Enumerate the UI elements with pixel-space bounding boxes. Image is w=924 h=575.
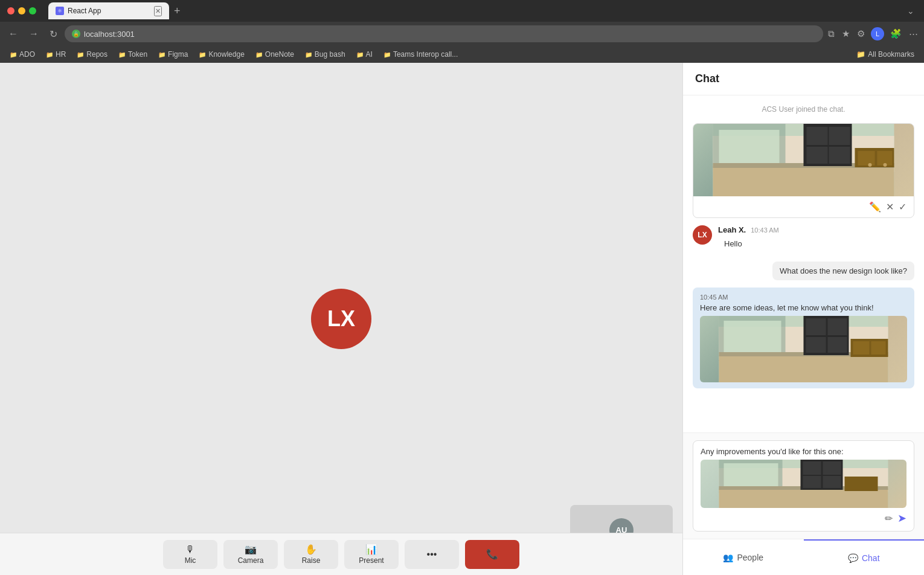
- chat-edit-btn[interactable]: ✏: [885, 512, 893, 525]
- bookmark-repos-label: Repos: [86, 50, 107, 59]
- image-message-card: ✏️ ✕ ✓: [693, 123, 914, 218]
- chat-title: Chat: [695, 72, 719, 85]
- more-btn[interactable]: •••: [405, 540, 459, 569]
- menu-btn[interactable]: ⋯: [908, 27, 919, 40]
- settings-btn[interactable]: ⚙: [856, 27, 866, 40]
- maximize-window-btn[interactable]: [29, 7, 36, 14]
- message-bubble-hello: Hello: [718, 236, 748, 252]
- svg-rect-33: [724, 463, 778, 489]
- svg-rect-4: [713, 166, 894, 196]
- all-bookmarks[interactable]: 📁 All Bookmarks: [852, 50, 919, 59]
- extensions2-btn[interactable]: 🧩: [889, 27, 903, 40]
- svg-point-15: [884, 163, 887, 167]
- close-window-btn[interactable]: [7, 7, 14, 14]
- svg-rect-19: [724, 321, 781, 356]
- bookmark-onenote[interactable]: 📁 OneNote: [251, 48, 299, 61]
- people-tab[interactable]: 👥 People: [683, 539, 804, 575]
- svg-rect-29: [871, 341, 886, 355]
- bookmark-hr[interactable]: 📁 HR: [41, 48, 71, 61]
- bookmark-ai[interactable]: 📁 AI: [351, 48, 377, 61]
- message-meta-hello: Leah X. 10:43 AM: [718, 225, 914, 234]
- chat-input-image: [701, 460, 906, 508]
- svg-rect-3: [719, 130, 780, 166]
- chat-input-box[interactable]: Any improvements you'd like for this one…: [693, 440, 914, 532]
- blue-card-image: [700, 316, 907, 382]
- camera-icon: 📷: [245, 544, 257, 555]
- bookmark-ado-label: ADO: [19, 50, 35, 59]
- bookmark-repos[interactable]: 📁 Repos: [72, 48, 112, 61]
- mic-btn[interactable]: 🎙 Mic: [163, 540, 217, 569]
- new-tab-btn[interactable]: +: [172, 5, 183, 18]
- title-bar: ⚛ React App ✕ + ⌄: [0, 0, 924, 22]
- bookmark-figma[interactable]: 📁 Figma: [153, 48, 193, 61]
- chat-send-btn[interactable]: ➤: [897, 512, 906, 525]
- profile-btn[interactable]: L: [871, 27, 884, 40]
- present-btn[interactable]: 📊 Present: [344, 540, 399, 569]
- folder-icon: 📁: [77, 51, 84, 58]
- raise-btn[interactable]: ✋ Raise: [284, 540, 338, 569]
- back-btn[interactable]: ←: [5, 26, 22, 42]
- reject-image-btn[interactable]: ✕: [886, 201, 894, 213]
- refresh-btn[interactable]: ↻: [46, 26, 61, 42]
- chat-panel: Chat ACS User joined the chat.: [682, 63, 924, 575]
- svg-rect-39: [823, 461, 841, 475]
- address-text: localhost:3001: [84, 30, 135, 39]
- svg-rect-41: [845, 477, 878, 491]
- raise-icon: ✋: [305, 544, 317, 555]
- tab-dropdown-icon[interactable]: ⌄: [902, 6, 919, 16]
- edit-image-btn[interactable]: ✏️: [869, 201, 881, 213]
- bookmark-ai-label: AI: [366, 50, 373, 59]
- chat-input-text: Any improvements you'd like for this one…: [701, 447, 906, 456]
- message-time-hello: 10:43 AM: [751, 226, 778, 234]
- bookmark-token[interactable]: 📁 Token: [114, 48, 152, 61]
- chat-input-area[interactable]: Any improvements you'd like for this one…: [683, 432, 924, 539]
- app-container: LX Leah X. 🔇 AU You 🔇 🎙 Mic 📷: [0, 63, 924, 575]
- people-tab-label: People: [737, 553, 763, 562]
- active-tab[interactable]: ⚛ React App ✕: [48, 2, 169, 19]
- people-icon: 👥: [723, 553, 733, 562]
- approve-image-btn[interactable]: ✓: [899, 201, 906, 213]
- tab-close-btn[interactable]: ✕: [154, 6, 162, 16]
- svg-rect-37: [803, 461, 821, 475]
- svg-rect-23: [806, 318, 826, 335]
- forward-btn[interactable]: →: [25, 26, 42, 42]
- extensions-btn[interactable]: ⧉: [827, 27, 836, 40]
- bookmark-bugbash-label: Bug bash: [315, 50, 345, 59]
- bookmark-bugbash[interactable]: 📁 Bug bash: [300, 48, 350, 61]
- message-question-wrap: What does the new design look like?: [693, 259, 914, 280]
- camera-btn[interactable]: 📷 Camera: [223, 540, 278, 569]
- svg-rect-40: [823, 476, 841, 488]
- folder-icon: 📁: [255, 51, 263, 58]
- chat-header: Chat: [683, 63, 924, 95]
- bookmark-token-label: Token: [128, 50, 147, 59]
- svg-rect-8: [807, 147, 828, 164]
- kitchen-svg-3: [701, 460, 906, 508]
- tab-favicon: ⚛: [56, 7, 64, 15]
- blue-card-text: Here are some ideas, let me know what yo…: [700, 303, 907, 312]
- end-call-btn[interactable]: 📞: [465, 540, 519, 569]
- chat-messages[interactable]: ACS User joined the chat.: [683, 95, 924, 432]
- tab-title: React App: [68, 7, 150, 15]
- bookmark-onenote-label: OneNote: [265, 50, 294, 59]
- participant-avatar: LX: [311, 289, 371, 349]
- bookmark-ado[interactable]: 📁 ADO: [5, 48, 40, 61]
- address-bar[interactable]: 🔒 localhost:3001: [65, 25, 823, 42]
- bookmark-knowledge-label: Knowledge: [208, 50, 244, 59]
- nav-bar: ← → ↻ 🔒 localhost:3001 ⧉ ★ ⚙ L 🧩 ⋯: [0, 22, 924, 46]
- kitchen-svg-1: [693, 124, 914, 196]
- svg-rect-10: [829, 147, 850, 164]
- video-area: LX Leah X. 🔇 AU You 🔇 🎙 Mic 📷: [0, 63, 682, 575]
- folder-icon: 📁: [305, 51, 312, 58]
- bookmark-knowledge[interactable]: 📁 Knowledge: [194, 48, 249, 61]
- bookmark-figma-label: Figma: [168, 50, 188, 59]
- message-question: What does the new design look like?: [772, 262, 914, 280]
- favorites-btn[interactable]: ★: [841, 27, 851, 40]
- chat-tab[interactable]: 💬 Chat: [804, 539, 925, 575]
- message-hello: LX Leah X. 10:43 AM Hello: [693, 225, 914, 252]
- bookmark-teams-label: Teams Interop call...: [393, 50, 458, 59]
- leah-avatar: LX: [693, 225, 712, 245]
- bookmark-teams[interactable]: 📁 Teams Interop call...: [379, 48, 463, 61]
- sender-name-hello: Leah X.: [718, 225, 746, 234]
- svg-rect-20: [719, 355, 888, 382]
- minimize-window-btn[interactable]: [18, 7, 25, 14]
